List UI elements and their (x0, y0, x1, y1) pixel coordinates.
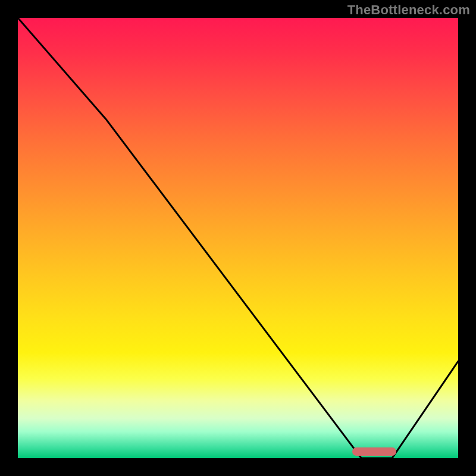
bottleneck-curve (18, 18, 458, 458)
chart-frame: TheBottleneck.com (0, 0, 476, 476)
plot-area (18, 18, 458, 458)
watermark-text: TheBottleneck.com (347, 2, 470, 18)
optimal-range-marker (352, 447, 396, 456)
curve-svg (18, 18, 458, 458)
